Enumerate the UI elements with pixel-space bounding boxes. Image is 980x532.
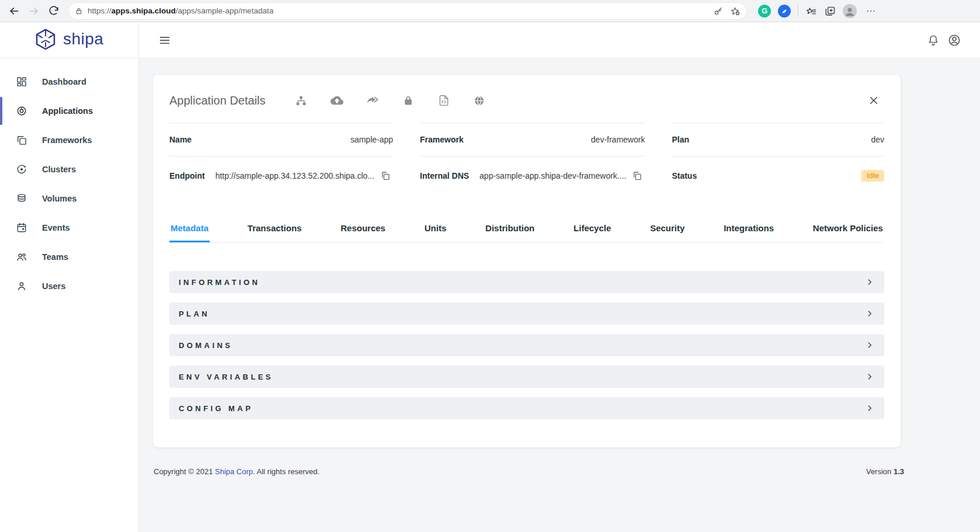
file-code-button[interactable] (435, 92, 453, 109)
tab-resources[interactable]: Resources (339, 215, 387, 242)
copyright-suffix: . All rights reserved. (253, 467, 319, 476)
browser-refresh-button[interactable] (46, 3, 62, 19)
profile-silhouette-icon (843, 4, 857, 18)
globe-button[interactable] (471, 92, 488, 109)
fields-grid: Name sample-app Framework dev-framework … (169, 123, 884, 195)
favorites-bar-icon[interactable] (805, 5, 817, 17)
browser-forward-button[interactable] (26, 3, 42, 19)
tab-lifecycle[interactable]: Lifecycle (572, 215, 612, 242)
status-badge: Idle (861, 170, 884, 182)
lock-button[interactable] (399, 92, 417, 109)
tab-metadata[interactable]: Metadata (169, 215, 210, 242)
accordion-information[interactable]: INFORMATION (169, 271, 884, 293)
lock-icon (402, 95, 414, 106)
shipa-corp-link[interactable]: Shipa Corp (215, 467, 253, 476)
accordion-label: CONFIG MAP (179, 404, 253, 413)
account-circle-icon (947, 33, 961, 47)
sidebar-item-volumes[interactable]: Volumes (0, 184, 138, 213)
volumes-database-icon (16, 193, 27, 204)
sidebar-toggle-button[interactable] (154, 30, 175, 51)
version-text: Version 1.3 (866, 467, 904, 476)
field-plan: Plan dev (672, 123, 884, 156)
sidebar-item-events[interactable]: Events (0, 213, 138, 242)
topology-icon (295, 95, 307, 107)
site-lock-icon (75, 7, 83, 15)
browser-back-button[interactable] (6, 3, 22, 19)
copyright-prefix: Copyright © 2021 (154, 467, 215, 476)
tab-security[interactable]: Security (649, 215, 686, 242)
url-host: apps.shipa.cloud (112, 6, 176, 15)
version-label: Version (866, 467, 894, 476)
cloud-upload-button[interactable] (328, 92, 346, 109)
tab-transactions[interactable]: Transactions (246, 215, 303, 242)
sidebar-item-label: Clusters (42, 165, 76, 174)
card-action-icons (293, 92, 488, 109)
field-value: dev-framework (591, 135, 645, 144)
teams-people-icon (16, 251, 27, 263)
tab-integrations[interactable]: Integrations (722, 215, 775, 242)
topology-button[interactable] (293, 92, 310, 109)
close-icon (868, 95, 879, 106)
sidebar-item-users[interactable]: Users (0, 272, 138, 301)
sidebar: shipa Dashboard Applications Frameworks … (0, 22, 139, 532)
globe-icon (473, 95, 485, 107)
collections-icon[interactable] (824, 5, 836, 17)
field-status: Status Idle (672, 156, 884, 195)
url-scheme: https:// (88, 6, 112, 15)
redirect-button[interactable] (364, 92, 381, 109)
address-bar[interactable]: https://apps.shipa.cloud/apps/sample-app… (69, 3, 746, 19)
field-value: sample-app (350, 135, 393, 144)
field-label: Name (169, 135, 192, 144)
page-title: Application Details (169, 94, 266, 107)
applications-icon (16, 105, 27, 117)
sidebar-item-clusters[interactable]: Clusters (0, 155, 138, 184)
redirect-icon (366, 94, 379, 107)
sidebar-item-label: Frameworks (42, 135, 92, 145)
password-key-icon[interactable] (713, 6, 724, 16)
field-value: http://sample-app.34.123.52.200.shipa.cl… (216, 171, 374, 180)
browser-toolbar: https://apps.shipa.cloud/apps/sample-app… (0, 0, 980, 22)
sidebar-item-applications[interactable]: Applications (0, 96, 138, 126)
field-endpoint: Endpoint http://sample-app.34.123.52.200… (169, 156, 393, 195)
browser-profile-avatar[interactable] (843, 4, 857, 18)
accordion-config-map[interactable]: CONFIG MAP (169, 397, 884, 419)
accordion-label: PLAN (179, 310, 210, 318)
tab-network-policies[interactable]: Network Policies (812, 215, 884, 242)
close-button[interactable] (863, 90, 884, 111)
field-label: Framework (420, 135, 464, 144)
accordion-plan[interactable]: PLAN (169, 302, 884, 325)
accordion-label: DOMAINS (179, 341, 232, 350)
field-label: Endpoint (169, 171, 205, 180)
version-value: 1.3 (894, 467, 904, 476)
tab-bar: Metadata Transactions Resources Units Di… (169, 215, 884, 243)
application-details-card: Application Details (153, 75, 901, 447)
accordion-label: ENV VARIABLES (179, 373, 273, 381)
file-code-icon (438, 95, 450, 106)
sidebar-nav: Dashboard Applications Frameworks Cluste… (0, 58, 138, 301)
sidebar-item-label: Events (42, 223, 70, 232)
add-favorite-icon[interactable] (729, 5, 741, 16)
hamburger-menu-icon (158, 34, 171, 47)
field-internal-dns: Internal DNS app-sample-app.shipa-dev-fr… (420, 156, 645, 195)
accordion-env-variables[interactable]: ENV VARIABLES (169, 366, 884, 388)
sidebar-item-teams[interactable]: Teams (0, 242, 138, 272)
account-button[interactable] (944, 30, 965, 51)
copyright-text: Copyright © 2021 Shipa Corp. All rights … (154, 467, 319, 476)
notifications-button[interactable] (923, 30, 944, 51)
sidebar-item-dashboard[interactable]: Dashboard (0, 67, 138, 96)
bell-icon (927, 34, 940, 47)
accordion-domains[interactable]: DOMAINS (169, 334, 884, 356)
cloud-upload-icon (331, 94, 343, 107)
sidebar-item-frameworks[interactable]: Frameworks (0, 126, 138, 155)
tab-units[interactable]: Units (423, 215, 448, 242)
copy-internal-dns-button[interactable] (630, 168, 645, 183)
page-content: Application Details (139, 58, 980, 532)
grammarly-extension-icon[interactable]: G (758, 5, 771, 18)
logo-area: shipa (0, 22, 138, 58)
blue-extension-icon[interactable] (778, 5, 791, 18)
url-path: /apps/sample-app/metadata (176, 6, 273, 15)
tab-distribution[interactable]: Distribution (484, 215, 536, 242)
browser-menu-button[interactable]: ⋯ (864, 5, 878, 16)
copy-endpoint-button[interactable] (378, 168, 393, 183)
accordion-label: INFORMATION (179, 278, 260, 287)
